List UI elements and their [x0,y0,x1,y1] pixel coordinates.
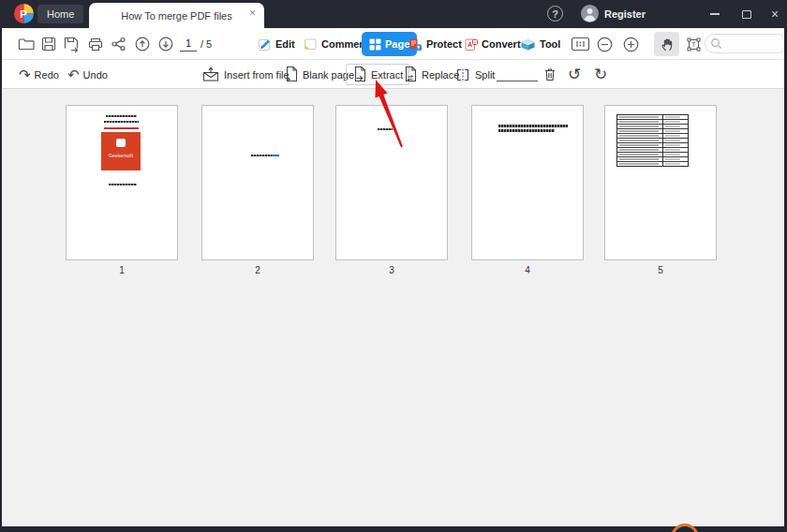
undo-button[interactable]: ↶ Undo [67,60,108,89]
home-label: Home [47,8,74,20]
minimize-button[interactable] [701,0,729,28]
extract-page-icon [352,66,367,83]
print-icon [87,37,104,52]
blank-page-button[interactable]: Blank page [284,60,354,89]
close-button[interactable]: × [761,0,787,28]
home-button[interactable]: Home [37,5,83,23]
tab-edit-label: Edit [275,38,295,50]
next-page-button[interactable] [156,28,175,60]
save-as-button[interactable] [62,28,81,60]
tab-page-label: Page [385,38,409,50]
text-line-red [104,127,139,129]
document-tab[interactable]: How To merge PDF files × [89,3,264,28]
split-icon [454,67,471,82]
save-icon [40,36,57,52]
page-thumbnail-1[interactable]: Geekersoft [66,105,178,260]
rotate-left-button[interactable]: ↺ [568,60,581,89]
page-number-input[interactable] [180,36,197,52]
transform-select-icon: T [686,37,702,52]
tab-comment[interactable]: Comment [304,28,369,60]
tab-protect[interactable]: Protect [408,28,462,60]
insert-from-file-button[interactable]: Insert from file [201,60,290,89]
window-bottom-border [0,526,787,532]
register-label: Register [604,8,646,20]
select-tool-button[interactable]: T [683,28,704,60]
help-button[interactable]: ? [547,6,563,22]
fit-page-icon [571,36,590,52]
blank-page-icon [284,66,299,83]
table-column-divider [662,115,663,166]
zoom-in-icon [622,36,640,53]
rotate-right-icon: ↻ [594,66,607,82]
hand-tool-button[interactable] [654,32,679,56]
text-line [251,155,272,156]
tab-close-icon[interactable]: × [249,7,256,19]
register-button[interactable]: Register [581,5,646,22]
protect-lock-icon [408,37,423,52]
page-grid-icon [369,38,381,51]
save-button[interactable] [39,28,58,60]
titlebar: P Home How To merge PDF files × ? Regist… [0,0,787,28]
tab-convert[interactable]: A x Convert [464,28,521,60]
svg-text:T: T [691,41,696,48]
print-button[interactable] [86,28,105,60]
tab-tool-label: Tool [540,38,560,50]
maximize-button[interactable] [733,0,761,28]
data-table [616,114,689,167]
brand-glyph-icon [116,139,126,147]
extract-button[interactable]: Extract [346,64,409,85]
main-toolbar: / 5 Edit Comment Page [2,28,784,60]
page-number-4: 4 [471,265,584,275]
app-logo-icon: P [14,4,34,23]
page-total-label: / 5 [200,28,212,60]
zoom-out-icon [596,36,614,53]
replace-button[interactable]: Replace [403,60,459,89]
text-line [109,184,137,185]
avatar-icon [581,5,599,22]
page-number-3: 3 [335,265,448,275]
arrow-up-circle-icon [134,36,151,52]
tab-edit[interactable]: Edit [258,28,295,60]
rotate-right-button[interactable]: ↻ [594,60,607,89]
delete-page-button[interactable] [542,60,557,89]
page-number-2: 2 [201,265,314,275]
open-file-button[interactable] [17,28,36,60]
undo-label: Undo [83,69,108,81]
redo-button[interactable]: ↷ Redo [19,60,59,89]
zoom-in-button[interactable] [620,28,641,60]
replace-page-icon [403,66,418,83]
page-thumbnail-5[interactable] [604,105,717,260]
page-thumbnail-3[interactable] [335,105,448,260]
blank-field-line [497,81,538,81]
page-number-5: 5 [604,265,717,275]
hand-icon [660,37,675,52]
trash-icon [542,66,557,82]
zoom-out-button[interactable] [594,28,615,60]
text-line [498,129,555,132]
share-button[interactable] [109,28,127,60]
redo-icon: ↷ [19,67,31,81]
svg-text:A: A [468,41,472,48]
save-as-icon [63,36,80,52]
tab-tool[interactable]: Tool [520,28,560,60]
table-left-column-text [619,116,659,166]
pencil-icon [258,37,272,52]
previous-page-button[interactable] [133,28,152,60]
brand-name: Geekersoft [101,153,141,158]
page-number-1: 1 [66,265,178,275]
maximize-icon [742,10,751,19]
tab-convert-label: Convert [482,38,521,50]
convert-icon: A x [464,37,478,52]
page-thumbnail-4[interactable] [471,105,584,260]
text-line [106,115,137,117]
search-input[interactable] [726,38,780,50]
page-thumbnail-2[interactable] [201,105,314,260]
text-line-link [272,155,279,156]
search-box[interactable] [705,34,787,53]
svg-text:P: P [20,8,27,20]
undo-icon: ↶ [67,67,80,81]
fit-view-button[interactable] [569,28,591,60]
app-window: P Home How To merge PDF files × ? Regist… [0,0,787,532]
thumbnail-grid: Geekersoft 1 2 3 4 5 [2,89,784,526]
split-button[interactable]: Split [454,60,495,89]
